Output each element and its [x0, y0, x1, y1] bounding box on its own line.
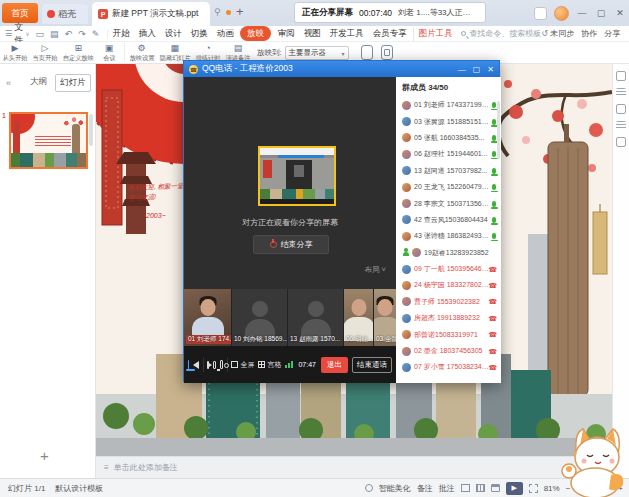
camera-icon[interactable] [207, 361, 209, 369]
tab-member[interactable]: 会员专享 [368, 27, 411, 41]
template-name[interactable]: 默认设计模板 [55, 483, 103, 494]
close-button[interactable]: ✕ [614, 8, 626, 18]
video-tile[interactable]: 13 赵雨露 1570... [287, 289, 343, 346]
member-row[interactable]: 07 罗小雪 1750382346...☎ [396, 359, 501, 375]
member-row[interactable]: 01 刘老师 1743371999... [396, 97, 501, 113]
member-row[interactable]: 房超杰 19913889232☎ [396, 310, 501, 326]
qq-close-button[interactable]: ✕ [487, 65, 494, 74]
tab-devtools[interactable]: 开发工具 [325, 27, 368, 41]
qq-maximize-button[interactable]: ▢ [473, 65, 481, 74]
member-row[interactable]: 24 杨宇国 1833278023...☎ [396, 277, 501, 293]
screen-share-banner[interactable]: 正在分享屏幕 00:07:40 刘老 1....等33人正在观看 [294, 2, 486, 23]
member-row[interactable]: 09 丁一航 1503956466...☎ [396, 261, 501, 277]
slides-tab[interactable]: 幻灯片 [55, 74, 91, 92]
normal-view-icon[interactable] [461, 484, 470, 492]
collab-button[interactable]: 协作 [581, 28, 597, 39]
end-call-button[interactable]: 结束通话 [352, 357, 392, 373]
meeting-button[interactable]: ▣会议 [97, 42, 122, 63]
member-row[interactable]: 06 赵理社 151944601... [396, 146, 501, 162]
microphone-icon[interactable] [188, 360, 189, 369]
slide-thumbnail[interactable] [9, 112, 88, 169]
play-from-start-button[interactable]: ▶从头开始 [0, 42, 30, 63]
outline-pane-icon[interactable] [616, 121, 626, 130]
zoom-in-button[interactable]: + [618, 484, 623, 493]
new-tab-button[interactable]: + [236, 4, 244, 19]
collapse-panel-icon[interactable]: « [6, 78, 11, 88]
tab-review[interactable]: 审阅 [273, 27, 299, 41]
speaker-icon[interactable] [193, 361, 199, 369]
sorter-view-icon[interactable] [476, 484, 485, 492]
member-row[interactable]: 05 张航 1660384535... [396, 130, 501, 146]
undo-icon[interactable]: ↶ [65, 29, 73, 39]
tab-picture-tools[interactable]: 图片工具 [413, 27, 457, 41]
member-scrollbar[interactable] [497, 101, 500, 159]
member-row[interactable]: 43 张诗穗 1863824938... [396, 228, 501, 244]
print-icon[interactable]: ▤ [50, 29, 59, 39]
tab-design[interactable]: 设计 [160, 27, 186, 41]
fit-page-icon[interactable] [529, 484, 538, 493]
member-row[interactable]: 13 赵同道 157037982... [396, 163, 501, 179]
skin-icon[interactable] [534, 7, 547, 20]
zoom-out-button[interactable]: − [566, 484, 571, 493]
video-tile[interactable]: 10 刘办铭 18569... [231, 289, 287, 346]
play-slideshow-button[interactable]: ▶ [506, 482, 523, 495]
panel-scrollbar[interactable] [89, 114, 93, 146]
grid-view-button[interactable]: 宫格 [258, 360, 281, 370]
member-row[interactable]: 02 墨金 18037456305☎ [396, 343, 501, 359]
speech-record-button[interactable] [381, 45, 393, 60]
share-button[interactable]: 分享 [604, 28, 620, 39]
video-tile[interactable]: 03 全甜... [373, 289, 396, 346]
display-select[interactable]: 主要显示器▾ [285, 46, 349, 60]
fullscreen-button[interactable]: 全屏 [231, 360, 254, 370]
stop-share-button[interactable]: 结束分享 [253, 235, 329, 254]
whiteboard-icon[interactable] [220, 360, 223, 369]
redo-icon[interactable]: ↷ [78, 29, 86, 39]
design-pane-icon[interactable] [616, 104, 626, 114]
video-tile[interactable]: 01 刘老师 174... [184, 289, 231, 346]
member-row[interactable]: 19赵睿13283923852 [396, 245, 501, 261]
tab-insert[interactable]: 插入 [134, 27, 160, 41]
member-row[interactable]: 20 王龙飞 1522604791... [396, 179, 501, 195]
qq-call-window[interactable]: ☎ QQ电话 - 工程造价2003 — ▢ ✕ 对方正在观看你分享的屏幕 结束 [183, 60, 500, 382]
tab-slideshow[interactable]: 放映 [240, 26, 271, 41]
notes-bar[interactable]: ≡ 单击此处添加备注 [96, 456, 612, 478]
minimize-button[interactable]: — [576, 8, 588, 18]
help-pane-icon[interactable] [616, 137, 626, 147]
reading-view-icon[interactable] [491, 484, 500, 492]
maximize-button[interactable]: ▢ [595, 8, 607, 18]
exit-button[interactable]: 退出 [321, 357, 348, 373]
command-search[interactable]: 查找命令、搜索模板 [461, 28, 541, 39]
qq-minimize-button[interactable]: — [458, 65, 466, 74]
tab-transition[interactable]: 切换 [186, 27, 212, 41]
phone-remote-button[interactable] [361, 45, 373, 60]
video-tile[interactable]: 06 胡佳... [343, 289, 373, 346]
comments-toggle[interactable]: 批注 [439, 483, 455, 494]
notes-toggle[interactable]: 备注 [417, 483, 433, 494]
format-painter-icon[interactable]: ✎ [92, 29, 100, 39]
document-tab[interactable]: P 新建 PPT 演示文稿.ppt [92, 2, 210, 26]
custom-show-button[interactable]: ⊞自定义放映 [60, 42, 97, 63]
beautify-label[interactable]: 智能美化 [379, 483, 411, 494]
user-avatar[interactable] [554, 6, 569, 21]
screen-share-icon[interactable] [213, 361, 216, 369]
show-settings-button[interactable]: ⚙放映设置 [127, 42, 157, 63]
properties-icon[interactable] [616, 71, 626, 81]
qq-titlebar[interactable]: ☎ QQ电话 - 工程造价2003 — ▢ ✕ [184, 61, 499, 77]
member-row[interactable]: 28 李宗文 1503713567... [396, 195, 501, 211]
add-slide-button[interactable]: + [40, 447, 49, 464]
tab-animation[interactable]: 动画 [212, 27, 238, 41]
play-from-current-button[interactable]: ▷当页开始 [30, 42, 60, 63]
save-icon[interactable]: ▭ [36, 29, 45, 39]
member-row[interactable]: 邵曾诺15083319971☎ [396, 326, 501, 342]
sync-status[interactable]: ↺ 未同步 [541, 28, 574, 39]
member-row[interactable]: 42 查云风15036804434 [396, 212, 501, 228]
tab-view[interactable]: 视图 [299, 27, 325, 41]
zoom-slider[interactable] [576, 488, 612, 489]
docer-tab[interactable]: 稻壳 [42, 4, 88, 24]
beautify-icon[interactable] [365, 484, 373, 492]
pin-icon[interactable]: ⚲ [214, 7, 221, 17]
layout-dropdown[interactable]: 布局 ˅ [365, 265, 386, 275]
member-row[interactable]: 03 张翼源 1518851512... [396, 113, 501, 129]
tab-start[interactable]: 开始 [108, 27, 134, 41]
member-row[interactable]: 曹子师 15539022382☎ [396, 294, 501, 310]
